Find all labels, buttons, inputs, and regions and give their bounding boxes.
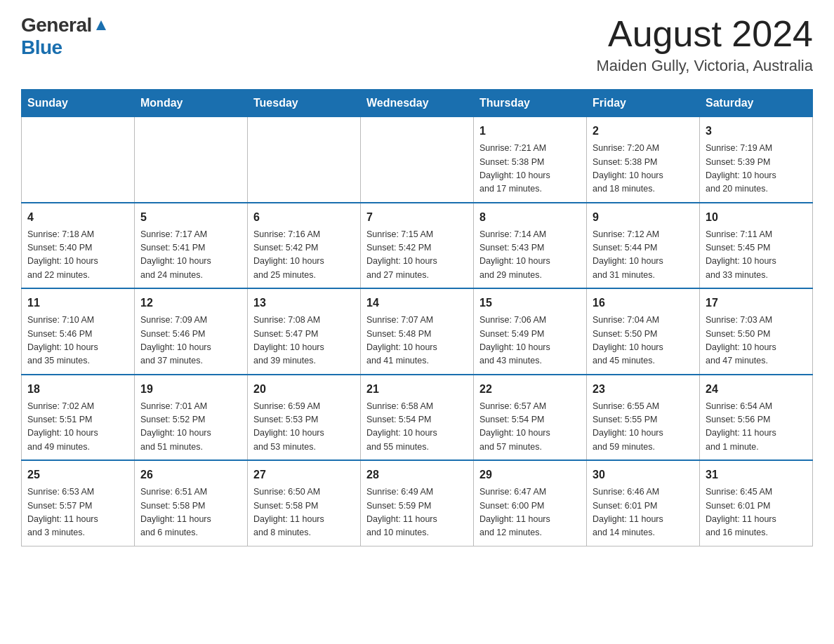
day-number: 13	[253, 295, 355, 311]
location-subtitle: Maiden Gully, Victoria, Australia	[596, 57, 813, 75]
weekday-header-saturday: Saturday	[700, 90, 813, 117]
day-info: Sunrise: 6:57 AM Sunset: 5:54 PM Dayligh…	[479, 400, 581, 455]
day-number: 4	[27, 209, 128, 226]
calendar-cell: 18Sunrise: 7:02 AM Sunset: 5:51 PM Dayli…	[22, 375, 135, 461]
day-number: 12	[140, 295, 241, 311]
calendar-cell: 5Sunrise: 7:17 AM Sunset: 5:41 PM Daylig…	[135, 203, 248, 289]
day-number: 11	[27, 295, 128, 311]
day-number: 27	[253, 467, 355, 483]
day-number: 24	[706, 381, 807, 398]
day-number: 5	[140, 209, 241, 226]
day-info: Sunrise: 6:51 AM Sunset: 5:58 PM Dayligh…	[140, 485, 241, 540]
day-number: 7	[366, 209, 468, 226]
day-info: Sunrise: 7:16 AM Sunset: 5:42 PM Dayligh…	[253, 228, 355, 283]
day-info: Sunrise: 7:03 AM Sunset: 5:50 PM Dayligh…	[706, 314, 807, 368]
day-number: 14	[366, 295, 468, 311]
calendar-cell: 31Sunrise: 6:45 AM Sunset: 6:01 PM Dayli…	[700, 460, 813, 546]
day-info: Sunrise: 7:09 AM Sunset: 5:46 PM Dayligh…	[140, 314, 241, 368]
calendar-cell: 20Sunrise: 6:59 AM Sunset: 5:53 PM Dayli…	[248, 375, 361, 461]
day-info: Sunrise: 7:21 AM Sunset: 5:38 PM Dayligh…	[479, 142, 581, 196]
day-info: Sunrise: 7:19 AM Sunset: 5:39 PM Dayligh…	[706, 142, 807, 196]
day-info: Sunrise: 7:04 AM Sunset: 5:50 PM Dayligh…	[593, 314, 694, 368]
calendar-cell: 28Sunrise: 6:49 AM Sunset: 5:59 PM Dayli…	[361, 460, 474, 546]
day-number: 21	[366, 381, 468, 398]
day-number: 29	[479, 467, 581, 483]
day-info: Sunrise: 6:50 AM Sunset: 5:58 PM Dayligh…	[253, 485, 355, 540]
day-info: Sunrise: 7:12 AM Sunset: 5:44 PM Dayligh…	[593, 228, 694, 283]
day-number: 16	[593, 295, 694, 311]
calendar-cell: 30Sunrise: 6:46 AM Sunset: 6:01 PM Dayli…	[587, 460, 700, 546]
calendar-cell: 1Sunrise: 7:21 AM Sunset: 5:38 PM Daylig…	[474, 117, 587, 203]
day-info: Sunrise: 7:01 AM Sunset: 5:52 PM Dayligh…	[140, 400, 241, 455]
day-number: 10	[706, 209, 807, 226]
calendar-cell: 24Sunrise: 6:54 AM Sunset: 5:56 PM Dayli…	[700, 375, 813, 461]
day-info: Sunrise: 6:54 AM Sunset: 5:56 PM Dayligh…	[706, 400, 807, 455]
calendar-cell: 14Sunrise: 7:07 AM Sunset: 5:48 PM Dayli…	[361, 288, 474, 375]
calendar-cell: 21Sunrise: 6:58 AM Sunset: 5:54 PM Dayli…	[361, 375, 474, 461]
title-block: August 2024 Maiden Gully, Victoria, Aust…	[596, 14, 813, 75]
calendar-cell: 11Sunrise: 7:10 AM Sunset: 5:46 PM Dayli…	[22, 288, 135, 375]
day-info: Sunrise: 6:58 AM Sunset: 5:54 PM Dayligh…	[366, 400, 468, 455]
calendar-cell: 7Sunrise: 7:15 AM Sunset: 5:42 PM Daylig…	[361, 203, 474, 289]
calendar-cell: 23Sunrise: 6:55 AM Sunset: 5:55 PM Dayli…	[587, 375, 700, 461]
calendar-table: SundayMondayTuesdayWednesdayThursdayFrid…	[21, 89, 813, 546]
calendar-cell: 3Sunrise: 7:19 AM Sunset: 5:39 PM Daylig…	[700, 117, 813, 203]
page-header: General Blue August 2024 Maiden Gully, V…	[21, 14, 813, 75]
calendar-week-row: 1Sunrise: 7:21 AM Sunset: 5:38 PM Daylig…	[22, 117, 813, 203]
day-info: Sunrise: 6:49 AM Sunset: 5:59 PM Dayligh…	[366, 485, 468, 540]
calendar-cell: 19Sunrise: 7:01 AM Sunset: 5:52 PM Dayli…	[135, 375, 248, 461]
calendar-cell: 10Sunrise: 7:11 AM Sunset: 5:45 PM Dayli…	[700, 203, 813, 289]
day-number: 31	[706, 467, 807, 483]
day-info: Sunrise: 7:11 AM Sunset: 5:45 PM Dayligh…	[706, 228, 807, 283]
day-info: Sunrise: 7:14 AM Sunset: 5:43 PM Dayligh…	[479, 228, 581, 283]
calendar-cell: 9Sunrise: 7:12 AM Sunset: 5:44 PM Daylig…	[587, 203, 700, 289]
day-info: Sunrise: 7:15 AM Sunset: 5:42 PM Dayligh…	[366, 228, 468, 283]
calendar-cell	[361, 117, 474, 203]
day-number: 8	[479, 209, 581, 226]
logo-general: General	[21, 14, 92, 36]
month-year-title: August 2024	[596, 14, 813, 54]
day-info: Sunrise: 7:07 AM Sunset: 5:48 PM Dayligh…	[366, 314, 468, 368]
calendar-cell: 12Sunrise: 7:09 AM Sunset: 5:46 PM Dayli…	[135, 288, 248, 375]
day-number: 23	[593, 381, 694, 398]
weekday-header-thursday: Thursday	[474, 90, 587, 117]
day-number: 9	[593, 209, 694, 226]
day-number: 6	[253, 209, 355, 226]
weekday-header-friday: Friday	[587, 90, 700, 117]
day-number: 22	[479, 381, 581, 398]
day-number: 1	[479, 123, 581, 140]
day-info: Sunrise: 7:20 AM Sunset: 5:38 PM Dayligh…	[593, 142, 694, 196]
day-number: 30	[593, 467, 694, 483]
day-number: 28	[366, 467, 468, 483]
day-info: Sunrise: 6:47 AM Sunset: 6:00 PM Dayligh…	[479, 485, 581, 540]
calendar-cell: 6Sunrise: 7:16 AM Sunset: 5:42 PM Daylig…	[248, 203, 361, 289]
calendar-week-row: 18Sunrise: 7:02 AM Sunset: 5:51 PM Dayli…	[22, 375, 813, 461]
day-info: Sunrise: 7:02 AM Sunset: 5:51 PM Dayligh…	[27, 400, 128, 455]
day-info: Sunrise: 6:59 AM Sunset: 5:53 PM Dayligh…	[253, 400, 355, 455]
day-info: Sunrise: 6:45 AM Sunset: 6:01 PM Dayligh…	[706, 485, 807, 540]
calendar-cell: 2Sunrise: 7:20 AM Sunset: 5:38 PM Daylig…	[587, 117, 700, 203]
calendar-cell: 16Sunrise: 7:04 AM Sunset: 5:50 PM Dayli…	[587, 288, 700, 375]
day-info: Sunrise: 6:53 AM Sunset: 5:57 PM Dayligh…	[27, 485, 128, 540]
calendar-cell: 17Sunrise: 7:03 AM Sunset: 5:50 PM Dayli…	[700, 288, 813, 375]
logo: General Blue	[21, 14, 109, 59]
calendar-week-row: 25Sunrise: 6:53 AM Sunset: 5:57 PM Dayli…	[22, 460, 813, 546]
day-info: Sunrise: 6:46 AM Sunset: 6:01 PM Dayligh…	[593, 485, 694, 540]
weekday-header-wednesday: Wednesday	[361, 90, 474, 117]
day-number: 2	[593, 123, 694, 140]
calendar-cell: 22Sunrise: 6:57 AM Sunset: 5:54 PM Dayli…	[474, 375, 587, 461]
calendar-week-row: 11Sunrise: 7:10 AM Sunset: 5:46 PM Dayli…	[22, 288, 813, 375]
day-number: 26	[140, 467, 241, 483]
day-number: 17	[706, 295, 807, 311]
day-info: Sunrise: 7:06 AM Sunset: 5:49 PM Dayligh…	[479, 314, 581, 368]
logo-triangle-icon	[93, 18, 109, 33]
logo-blue: Blue	[21, 36, 62, 59]
calendar-cell: 27Sunrise: 6:50 AM Sunset: 5:58 PM Dayli…	[248, 460, 361, 546]
day-info: Sunrise: 7:10 AM Sunset: 5:46 PM Dayligh…	[27, 314, 128, 368]
calendar-cell: 29Sunrise: 6:47 AM Sunset: 6:00 PM Dayli…	[474, 460, 587, 546]
day-number: 19	[140, 381, 241, 398]
weekday-header-tuesday: Tuesday	[248, 90, 361, 117]
day-info: Sunrise: 7:08 AM Sunset: 5:47 PM Dayligh…	[253, 314, 355, 368]
day-number: 3	[706, 123, 807, 140]
calendar-cell: 15Sunrise: 7:06 AM Sunset: 5:49 PM Dayli…	[474, 288, 587, 375]
